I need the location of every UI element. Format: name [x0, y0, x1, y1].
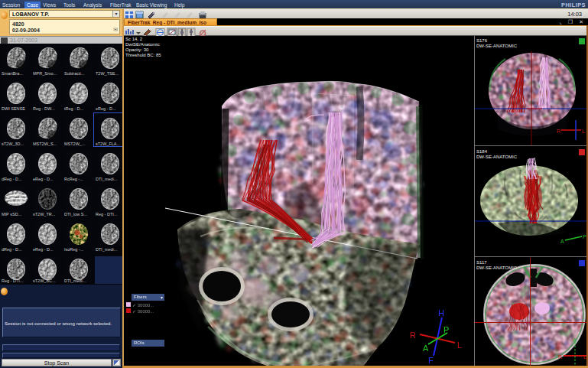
svg-text:DW-SE-ANATOMIC: DW-SE-ANATOMIC [476, 44, 518, 48]
svg-text:L: L [457, 340, 462, 350]
svg-text:S117: S117 [476, 260, 487, 265]
svg-text:H: H [438, 308, 444, 318]
svg-text:A: A [573, 337, 577, 343]
svg-text:S176: S176 [476, 38, 488, 43]
svg-text:P: P [443, 325, 449, 334]
svg-text:L: L [582, 129, 585, 134]
svg-text:DW-SE-ANATOMIC: DW-SE-ANATOMIC [476, 155, 518, 159]
svg-text:S184: S184 [476, 149, 488, 154]
svg-text:R: R [410, 331, 416, 340]
svg-text:R: R [557, 129, 560, 134]
svg-text:F: F [428, 356, 434, 365]
svg-text:DW-SE-ANATOMIC: DW-SE-ANATOMIC [476, 265, 518, 270]
svg-text:R: R [558, 354, 562, 360]
svg-text:A: A [560, 239, 564, 244]
svg-text:A: A [423, 344, 429, 353]
